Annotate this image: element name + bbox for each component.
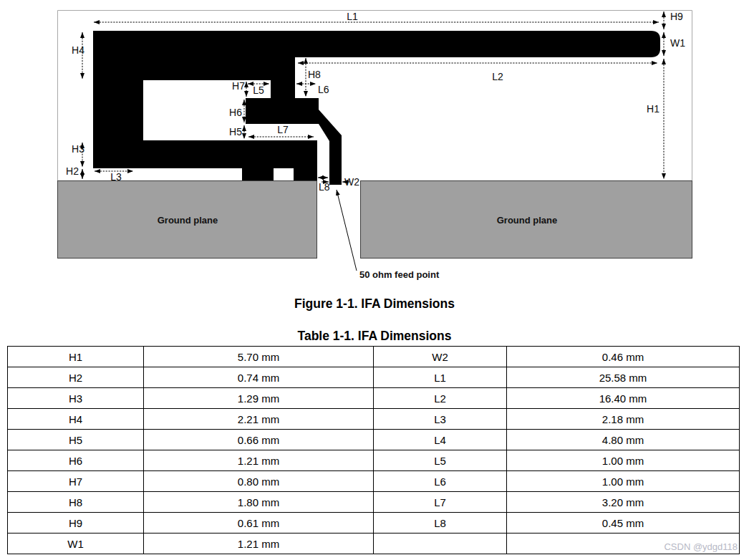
dim-label-H6: H6 (229, 107, 242, 118)
param-cell: L2 (374, 388, 507, 409)
table-row: H2 0.74 mm L1 25.58 mm (8, 367, 740, 388)
antenna-ground-leg-1 (242, 168, 274, 180)
dim-label-H1: H1 (647, 103, 659, 115)
param-cell: L1 (374, 367, 507, 388)
ground-plane-right-label: Ground plane (497, 215, 558, 226)
ifa-dimensions-table: H1 5.70 mm W2 0.46 mm H2 0.74 mm L1 25.5… (7, 346, 740, 554)
figure-caption: Figure 1-1. IFA Dimensions (0, 296, 749, 312)
antenna-trace (93, 31, 660, 185)
value-cell: 25.58 mm (507, 367, 740, 388)
param-cell: H3 (8, 388, 144, 409)
table-row: H7 0.80 mm L6 1.00 mm (8, 471, 740, 492)
table-row: H9 0.61 mm L8 0.45 mm (8, 513, 740, 534)
param-cell: W2 (374, 347, 507, 367)
param-cell: L7 (374, 492, 507, 513)
value-cell: 1.80 mm (144, 492, 374, 513)
dim-label-L3: L3 (110, 171, 122, 183)
param-cell: H1 (8, 347, 144, 367)
value-cell: 0.61 mm (144, 513, 374, 534)
dim-label-L1: L1 (347, 11, 358, 22)
table-row: H8 1.80 mm L7 3.20 mm (8, 492, 740, 513)
value-cell: 0.66 mm (144, 430, 374, 450)
param-cell: H4 (8, 409, 144, 430)
value-cell: 2.18 mm (507, 409, 740, 430)
dim-label-L2: L2 (492, 71, 503, 82)
param-cell: W1 (8, 534, 144, 554)
value-cell: 5.70 mm (144, 347, 374, 367)
table-caption: Table 1-1. IFA Dimensions (0, 329, 749, 344)
value-cell: 1.00 mm (507, 450, 740, 471)
value-cell: 2.21 mm (144, 409, 374, 430)
value-cell: 0.45 mm (507, 513, 740, 534)
dim-label-H8: H8 (308, 69, 321, 80)
value-cell: 1.21 mm (144, 450, 374, 471)
value-cell: 1.21 mm (144, 534, 374, 554)
dim-label-L8: L8 (319, 181, 330, 193)
param-cell: L6 (374, 471, 507, 492)
value-cell: 3.20 mm (507, 492, 740, 513)
value-cell: 1.29 mm (144, 388, 374, 409)
dim-label-L5: L5 (253, 85, 264, 96)
param-cell: L3 (374, 409, 507, 430)
ground-plane-left-label: Ground plane (158, 215, 218, 226)
antenna-feed-stem (271, 80, 295, 99)
param-cell: H9 (8, 513, 144, 534)
dim-label-H7: H7 (232, 80, 245, 92)
param-cell: H5 (8, 430, 144, 450)
table-row: H5 0.66 mm L4 4.80 mm (8, 430, 740, 450)
param-cell (374, 534, 507, 554)
param-cell: L5 (374, 450, 507, 471)
value-cell: 0.74 mm (144, 367, 374, 388)
dim-label-H9: H9 (670, 11, 683, 22)
csdn-watermark: CSDN @ydgd118 (664, 541, 738, 552)
param-cell: L8 (374, 513, 507, 534)
value-cell: 16.40 mm (507, 388, 740, 409)
dim-label-L6: L6 (318, 84, 329, 95)
param-cell: L4 (374, 430, 507, 450)
table-row: H6 1.21 mm L5 1.00 mm (8, 450, 740, 471)
dim-label-H5: H5 (229, 126, 242, 137)
dim-label-W1: W1 (670, 37, 685, 49)
antenna-ground-leg-2 (294, 168, 317, 180)
value-cell: 0.46 mm (507, 347, 740, 367)
value-cell: 4.80 mm (507, 430, 740, 450)
ifa-dimensions-diagram: Ground plane Ground plane (0, 0, 749, 294)
antenna-h6-block (246, 98, 319, 124)
table-row: H4 2.21 mm L3 2.18 mm (8, 409, 740, 430)
dim-label-H4: H4 (72, 44, 84, 56)
dim-label-H3: H3 (72, 143, 84, 155)
table-row: H3 1.29 mm L2 16.40 mm (8, 388, 740, 409)
param-cell: H8 (8, 492, 144, 513)
dim-label-W2: W2 (344, 176, 359, 188)
param-cell: H6 (8, 450, 144, 471)
table-row: W1 1.21 mm (8, 534, 740, 554)
document-page: Ground plane Ground plane (0, 0, 749, 560)
param-cell: H2 (8, 367, 144, 388)
antenna-bottom-bar (93, 140, 317, 168)
feed-point-leader-line (337, 190, 357, 271)
dim-label-H2: H2 (66, 165, 79, 177)
value-cell: 1.00 mm (507, 471, 740, 492)
antenna-feed-line (319, 110, 342, 185)
table-row: H1 5.70 mm W2 0.46 mm (8, 347, 740, 367)
dim-label-L7: L7 (277, 124, 289, 135)
value-cell: 0.80 mm (144, 471, 374, 492)
param-cell: H7 (8, 471, 144, 492)
feed-point-label: 50 ohm feed point (359, 269, 440, 280)
